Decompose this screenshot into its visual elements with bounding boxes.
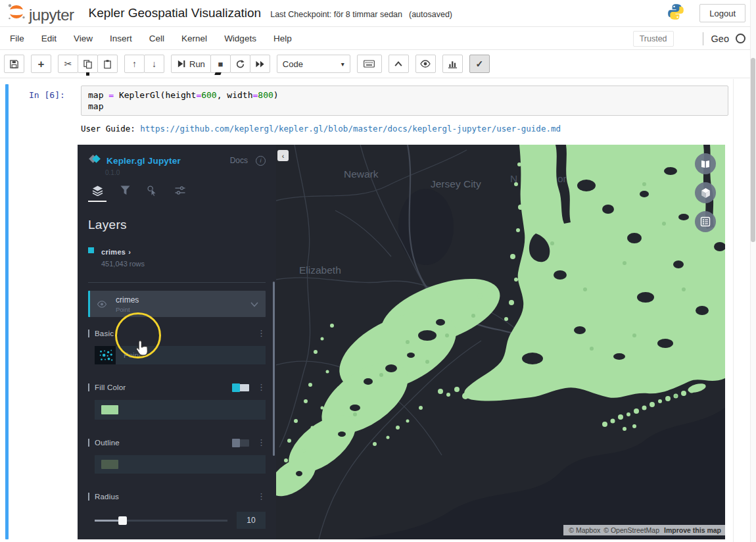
restart-icon	[235, 59, 245, 69]
menu-cell[interactable]: Cell	[141, 28, 173, 49]
check-icon: ✓	[475, 59, 483, 68]
section-radius-label: Radius	[95, 493, 119, 501]
section-outline-label: Outline	[95, 439, 120, 447]
jupyter-logo[interactable]: jupyter	[7, 2, 74, 24]
move-cell-up-button[interactable]: ↑	[124, 55, 145, 73]
bar-chart-icon	[448, 59, 458, 69]
fast-forward-icon	[255, 59, 265, 68]
cut-cell-button[interactable]: ✂	[58, 55, 78, 73]
map-label-elizabeth: Elizabeth	[299, 264, 341, 276]
logout-button[interactable]: Logout	[699, 4, 745, 22]
eye-icon	[97, 300, 107, 308]
docs-link[interactable]: Docs	[230, 156, 248, 165]
menu-kernel[interactable]: Kernel	[173, 28, 216, 49]
point-type-selector[interactable]: Point	[95, 346, 266, 364]
panel-collapse-button[interactable]: ‹	[277, 150, 289, 161]
section-bar	[88, 330, 89, 337]
filter-icon	[120, 185, 130, 195]
code-editor[interactable]: map = KeplerGl(height=600, width=800) ma…	[81, 86, 728, 116]
notebook-title[interactable]: Kepler Geospatial Visualization	[89, 6, 262, 20]
radius-value[interactable]: 10	[237, 512, 266, 529]
section-bar	[88, 493, 89, 501]
chevron-up-icon	[394, 60, 403, 68]
radius-slider-handle[interactable]	[118, 516, 127, 525]
point-layer-icon	[95, 346, 116, 364]
toolbar: + ✂ ↑ ↓ Run ■ Code ▾	[0, 50, 756, 78]
radius-slider[interactable]	[95, 520, 227, 522]
tab-filters[interactable]	[116, 185, 134, 202]
outline-toggle[interactable]	[232, 439, 249, 447]
save-icon	[9, 59, 19, 69]
cell-type-dropdown[interactable]: Code ▾	[277, 55, 350, 73]
radius-menu-icon[interactable]: ⋮	[257, 493, 266, 500]
map-canvas[interactable]: Newark Jersey City Elizabeth	[276, 145, 725, 539]
toggle-3d-button[interactable]	[695, 182, 716, 203]
browser-scrollbar[interactable]	[750, 0, 756, 542]
code-line-1: map = KeplerGl(height=600, width=800)	[88, 89, 721, 101]
section-basic: Basic ⋮	[88, 329, 266, 338]
restart-run-all-button[interactable]	[250, 55, 270, 73]
info-icon[interactable]: i	[256, 156, 266, 166]
panel-divider	[88, 282, 266, 283]
tab-layers[interactable]	[88, 185, 106, 202]
copy-cell-button[interactable]	[78, 55, 98, 73]
fill-color-menu-icon[interactable]: ⋮	[257, 384, 266, 391]
hide-output-button[interactable]	[415, 55, 436, 73]
spellcheck-extension-button[interactable]: ✓	[469, 55, 490, 73]
menu-help[interactable]: Help	[265, 28, 300, 49]
scroll-output-button[interactable]	[389, 55, 409, 73]
clipped-heading-remnant	[86, 72, 89, 76]
caret-down-icon: ▾	[341, 61, 344, 68]
interrupt-kernel-button[interactable]: ■	[210, 55, 231, 73]
tab-interactions[interactable]	[143, 185, 162, 202]
layer-type: Point	[116, 306, 139, 313]
fill-color-picker[interactable]	[95, 400, 266, 420]
fill-color-toggle[interactable]	[232, 384, 249, 391]
restart-kernel-button[interactable]	[230, 55, 250, 73]
kernel-separator	[703, 32, 703, 45]
basic-menu-icon[interactable]: ⋮	[257, 330, 266, 337]
layer-card-crimes[interactable]: crimes Point	[88, 291, 266, 317]
section-outline: Outline ⋮	[88, 438, 266, 447]
tab-base-map[interactable]	[171, 185, 189, 202]
map-attribution: © Mapbox © OpenStreetMap Improve this ma…	[563, 525, 725, 535]
improve-map-link[interactable]: Improve this map	[664, 526, 721, 534]
kepler-tabs	[88, 185, 266, 202]
show-legend-button[interactable]	[695, 211, 716, 232]
user-guide-link[interactable]: https://github.com/keplergl/kepler.gl/bl…	[140, 124, 561, 134]
mapbox-attribution-link[interactable]: © Mapbox	[569, 526, 600, 534]
keyboard-icon	[364, 59, 375, 68]
outline-color-swatch[interactable]	[101, 460, 118, 469]
save-button[interactable]	[4, 55, 24, 73]
chevron-left-icon: ‹	[282, 152, 285, 160]
paste-cell-button[interactable]	[97, 55, 118, 73]
dataset-name[interactable]: crimes›	[101, 248, 131, 256]
layers-icon	[92, 185, 103, 196]
kepler-logo-icon	[88, 153, 101, 168]
move-cell-down-button[interactable]: ↓	[144, 55, 164, 73]
menu-insert[interactable]: Insert	[101, 28, 141, 49]
menu-widgets[interactable]: Widgets	[216, 28, 265, 49]
outline-color-picker[interactable]	[95, 455, 266, 474]
clipped-heading-remnant	[214, 72, 221, 75]
outline-menu-icon[interactable]: ⋮	[257, 439, 266, 446]
point-type-value[interactable]: Point	[116, 346, 266, 364]
run-cell-button[interactable]: Run	[171, 55, 211, 73]
menu-edit[interactable]: Edit	[33, 28, 65, 49]
copy-icon	[83, 59, 93, 69]
osm-attribution-link[interactable]: © OpenStreetMap	[603, 526, 659, 534]
panel-scrollbar[interactable]	[273, 282, 275, 456]
chart-extension-button[interactable]	[442, 55, 463, 73]
kernel-indicator: Geo	[703, 32, 745, 45]
scrollbar-thumb[interactable]	[751, 58, 755, 242]
kepler-side-panel: Kepler.gl Jupyter Docs i 0.1.0 Layers cr…	[78, 145, 276, 539]
chevron-down-icon	[250, 301, 259, 308]
split-map-button[interactable]	[695, 153, 716, 174]
command-palette-button[interactable]	[357, 55, 382, 73]
fill-color-swatch[interactable]	[101, 405, 118, 414]
menu-view[interactable]: View	[65, 28, 101, 49]
insert-cell-button[interactable]: +	[31, 55, 51, 73]
radius-control: 10	[95, 512, 266, 529]
python-kernel-icon	[667, 3, 685, 24]
menu-file[interactable]: File	[1, 28, 33, 49]
